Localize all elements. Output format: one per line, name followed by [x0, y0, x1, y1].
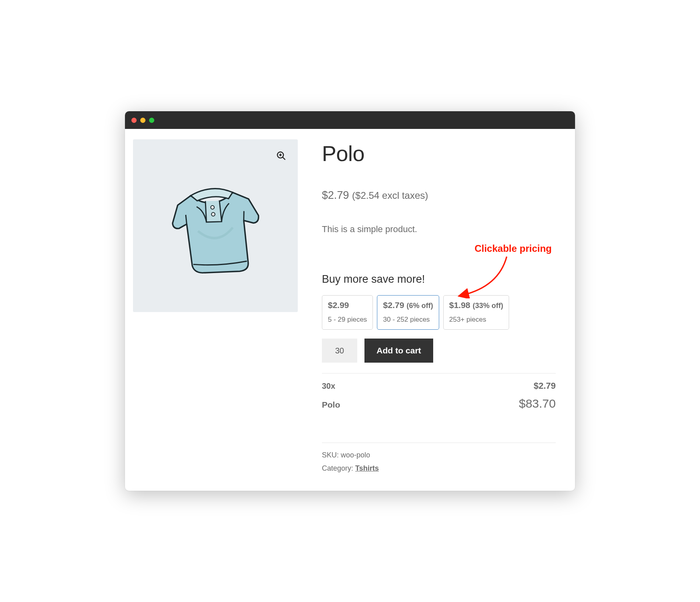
tier-range: 253+ pieces — [449, 316, 503, 324]
tier-price: $2.79 — [383, 300, 404, 310]
tier-heading: Buy more save more! — [322, 273, 556, 286]
sku-value: woo-polo — [341, 451, 370, 459]
product-summary: Polo $2.79 ($2.54 excl taxes) This is a … — [322, 139, 556, 475]
product-meta: SKU: woo-polo Category: Tshirts — [322, 449, 556, 475]
window-close-button[interactable] — [131, 118, 137, 123]
add-to-cart-row: Add to cart — [322, 339, 556, 363]
svg-point-4 — [211, 205, 215, 209]
tier-option-1[interactable]: $2.99 5 - 29 pieces — [322, 295, 373, 330]
window-titlebar — [125, 111, 575, 129]
product-title: Polo — [322, 141, 556, 166]
summary-product-name: Polo — [322, 400, 340, 410]
tier-price: $2.99 — [328, 300, 349, 310]
tier-option-3[interactable]: $1.98 (33% off) 253+ pieces — [443, 295, 509, 330]
window-zoom-button[interactable] — [149, 118, 154, 123]
product-price: $2.79 ($2.54 excl taxes) — [322, 189, 556, 202]
category-link[interactable]: Tshirts — [355, 464, 379, 472]
svg-point-5 — [211, 212, 215, 216]
zoom-icon[interactable] — [276, 151, 287, 161]
summary-total: $83.70 — [519, 397, 556, 410]
app-window: Polo $2.79 ($2.54 excl taxes) This is a … — [125, 111, 575, 491]
add-to-cart-button[interactable]: Add to cart — [364, 339, 433, 363]
tier-range: 5 - 29 pieces — [328, 316, 367, 324]
tier-off: (33% off) — [473, 302, 503, 310]
annotation-label: Clickable pricing — [475, 243, 552, 254]
price-excl: ($2.54 excl taxes) — [352, 190, 428, 201]
quantity-input[interactable] — [322, 339, 357, 363]
summary-qty-row: 30x $2.79 — [322, 381, 556, 391]
divider — [322, 373, 556, 373]
tier-price: $1.98 — [449, 300, 471, 310]
summary-total-row: Polo $83.70 — [322, 397, 556, 410]
product-image[interactable] — [133, 139, 298, 312]
page-content: Polo $2.79 ($2.54 excl taxes) This is a … — [125, 129, 575, 491]
category-label: Category: — [322, 464, 353, 472]
tier-option-2[interactable]: $2.79 (6% off) 30 - 252 pieces — [377, 295, 439, 330]
annotation-callout: Clickable pricing — [475, 243, 552, 254]
divider — [322, 443, 556, 443]
product-description: This is a simple product. — [322, 224, 556, 235]
polo-shirt-illustration — [157, 171, 274, 288]
sku-label: SKU: — [322, 451, 339, 459]
product-gallery — [133, 139, 298, 475]
tier-off: (6% off) — [407, 302, 433, 310]
window-minimize-button[interactable] — [140, 118, 145, 123]
svg-line-1 — [282, 157, 285, 160]
summary-unit-price: $2.79 — [534, 381, 556, 391]
tier-pricing-group: $2.99 5 - 29 pieces $2.79 (6% off) 30 - … — [322, 295, 556, 330]
price-incl: $2.79 — [322, 189, 349, 201]
summary-qty-label: 30x — [322, 382, 335, 391]
tier-range: 30 - 252 pieces — [383, 316, 433, 324]
